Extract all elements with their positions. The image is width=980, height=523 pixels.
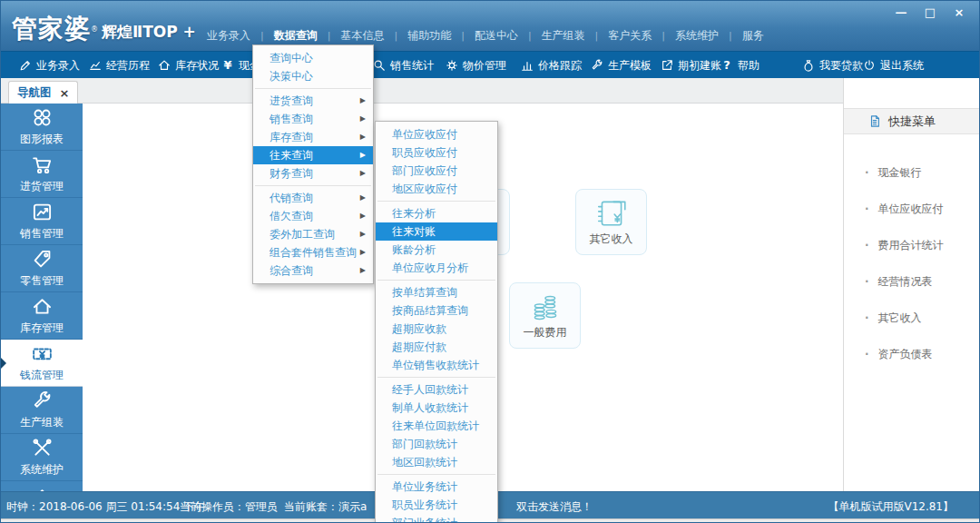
toolbar-button[interactable]: 价格跟踪 (521, 52, 582, 79)
close-icon[interactable]: × (60, 86, 70, 100)
toolbar-button[interactable]: 物价管理 (446, 52, 506, 79)
menu-item[interactable]: 单位应收应付 (376, 125, 497, 143)
menu-separator (377, 474, 495, 475)
bullet-icon: · (865, 166, 869, 179)
menu-item[interactable]: 财务查询 (253, 164, 373, 183)
menubar-item[interactable]: 配送中心 (465, 25, 528, 46)
sidebar-item-label: 生产组装 (20, 415, 64, 430)
toolbar-button[interactable]: 期初建账 (661, 52, 721, 79)
menu-item[interactable]: 往来查询 (253, 146, 373, 164)
power-icon (863, 59, 876, 72)
menu-item[interactable]: 单位业务统计 (376, 478, 497, 496)
quick-menu-item[interactable]: ·费用合计统计 (844, 227, 980, 263)
menu-item[interactable]: 单位应收月分析 (376, 259, 497, 277)
menu-item[interactable]: 借欠查询 (253, 207, 373, 225)
menu-item[interactable]: 经手人回款统计 (376, 380, 497, 399)
quick-menu-item[interactable]: ·现金银行 (844, 154, 980, 191)
sidebar-item[interactable]: 进货管理 (1, 151, 83, 198)
toolbar-button[interactable]: 经营历程 (89, 52, 150, 79)
window-controls: —□× (894, 5, 966, 20)
tab-navigation-map[interactable]: 导航图 × (8, 81, 78, 104)
menu-item[interactable]: 部门应收应付 (376, 162, 497, 180)
menu-separator (377, 201, 495, 202)
menu-item[interactable]: 制单人收款统计 (376, 399, 497, 417)
menu-item[interactable]: 超期应收款 (376, 320, 497, 338)
wrench-icon (591, 59, 603, 72)
sidebar-item-label: 图形报表 (20, 132, 64, 147)
status-operator: 当前操作员：管理员 (180, 499, 278, 515)
menubar-item[interactable]: 客户关系 (598, 25, 662, 46)
sidebar-item[interactable]: 销售管理 (1, 198, 83, 245)
toolbar-button-label: 业务录入 (36, 58, 80, 74)
contacts-query-submenu: 单位应收应付职员应收应付部门应收应付地区应收应付往来分析往来对账账龄分析单位应收… (375, 121, 498, 523)
menu-item[interactable]: 进货查询 (253, 92, 373, 110)
sidebar-item-label: 零售管理 (20, 273, 64, 289)
sidebar-item[interactable]: 生产组装 (1, 387, 83, 434)
coins-icon (528, 291, 563, 322)
sidebar-item[interactable]: 零售管理 (1, 245, 83, 292)
menu-item[interactable]: 查询中心 (253, 49, 373, 67)
gear-icon (446, 59, 458, 72)
menu-item[interactable]: 单位销售收款统计 (376, 356, 497, 374)
menu-item[interactable]: 往来单位回款统计 (376, 417, 497, 435)
menubar-item[interactable]: 基本信息 (330, 25, 394, 46)
menu-item[interactable]: 综合查询 (253, 262, 373, 280)
menu-item[interactable]: 组合套件销售查询 (253, 243, 373, 262)
toolbar-button-label: 价格跟踪 (538, 58, 582, 74)
sidebar-item[interactable]: 图形报表 (1, 104, 83, 151)
quick-menu-item[interactable]: ·资产负债表 (844, 336, 980, 372)
sidebar-item[interactable]: 钱流管理 (1, 340, 83, 387)
toolbar-button[interactable]: 生产模板 (591, 52, 652, 79)
menubar-item[interactable]: 数据查询 (264, 25, 328, 46)
maximize-button[interactable]: □ (923, 5, 937, 20)
menubar-item[interactable]: 生产组装 (532, 25, 595, 46)
close-button[interactable]: × (952, 5, 966, 20)
menu-item[interactable]: 超期应付款 (376, 338, 497, 356)
menu-item[interactable]: 委外加工查询 (253, 225, 373, 243)
menu-item[interactable]: 地区回款统计 (376, 453, 497, 471)
quick-menu-item[interactable]: ·其它收入 (844, 300, 980, 336)
menu-item[interactable]: 账龄分析 (376, 241, 497, 259)
menubar-item[interactable]: 服务 (732, 25, 774, 46)
quick-menu-item[interactable]: ·经营情况表 (844, 263, 980, 300)
toolbar-button-label: 退出系统 (880, 58, 924, 74)
toolbar-button[interactable]: 业务录入 (19, 52, 80, 79)
menu-item[interactable]: 职员应收应付 (376, 143, 497, 162)
shortcut-tile[interactable]: 一般费用 (509, 282, 581, 349)
menu-item[interactable]: 库存查询 (253, 128, 373, 146)
menu-item[interactable]: 按单结算查询 (376, 283, 497, 301)
quick-menu-item-label: 资产负债表 (878, 347, 933, 362)
menu-item[interactable]: 部门回款统计 (376, 435, 497, 453)
menubar-item[interactable]: 系统维护 (665, 25, 729, 46)
menu-item[interactable]: 按商品结算查询 (376, 301, 497, 320)
menu-item[interactable]: 代销查询 (253, 189, 373, 207)
toolbar-button[interactable]: ?帮助 (720, 52, 760, 79)
toolbar-button[interactable]: 退出系统 (863, 52, 924, 79)
menubar-item[interactable]: 业务录入 (197, 25, 260, 46)
menu-item[interactable]: 往来对账 (376, 222, 497, 241)
menu-item[interactable]: 部门业务统计 (376, 514, 497, 523)
menu-item[interactable]: 往来分析 (376, 204, 497, 222)
sidebar-item[interactable] (1, 481, 83, 491)
menu-item[interactable]: 决策中心 (253, 67, 373, 85)
quick-menu-item[interactable]: ·单位应收应付 (844, 191, 980, 227)
toolbar-button[interactable]: 我要贷款 (802, 52, 863, 79)
toolbar-button[interactable]: 库存状况 (158, 52, 219, 79)
sidebar-item[interactable]: 库存管理 (1, 292, 83, 340)
tag-icon (32, 249, 53, 270)
quick-menu-panel: 快捷菜单 ·现金银行·单位应收应付·费用合计统计·经营情况表·其它收入·资产负债… (843, 78, 980, 491)
status-message[interactable]: 双击发送消息！ (516, 499, 593, 515)
menu-item[interactable]: 销售查询 (253, 110, 373, 128)
menubar-item[interactable]: 辅助功能 (397, 25, 461, 46)
barchart-icon (521, 59, 534, 72)
shortcut-tile[interactable]: 其它收入 (575, 189, 647, 255)
bullet-icon: · (865, 239, 869, 252)
title-bar: 管家婆®辉煌ⅡTOP + —□× 业务录入|数据查询|基本信息|辅助功能|配送中… (1, 1, 979, 51)
sidebar-item[interactable]: 系统维护 (1, 434, 83, 481)
toolbar-button[interactable]: 销售统计 (373, 52, 434, 79)
minimize-button[interactable]: — (894, 5, 908, 20)
sidebar-item-label: 钱流管理 (20, 368, 64, 383)
menu-item[interactable]: 职员业务统计 (376, 496, 497, 514)
quick-menu-item-label: 单位应收应付 (878, 202, 944, 217)
menu-item[interactable]: 地区应收应付 (376, 180, 497, 198)
